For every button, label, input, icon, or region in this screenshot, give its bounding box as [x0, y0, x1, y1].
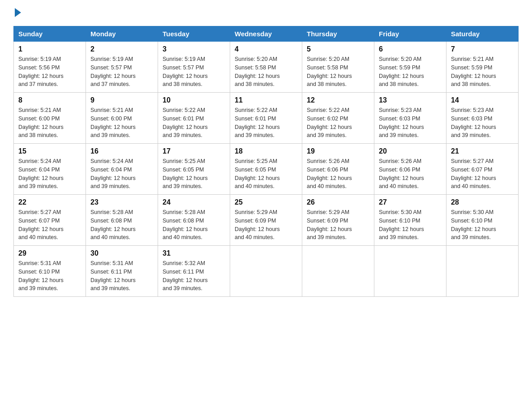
calendar-cell: 24 Sunrise: 5:28 AMSunset: 6:08 PMDaylig… — [158, 195, 230, 246]
day-number: 6 — [379, 45, 442, 53]
day-info: Sunrise: 5:27 AMSunset: 6:07 PMDaylight:… — [451, 158, 496, 189]
calendar-cell: 17 Sunrise: 5:25 AMSunset: 6:05 PMDaylig… — [158, 144, 230, 195]
day-info: Sunrise: 5:26 AMSunset: 6:06 PMDaylight:… — [379, 158, 424, 189]
weekday-header-saturday: Saturday — [446, 26, 519, 42]
calendar-week-1: 1 Sunrise: 5:19 AMSunset: 5:56 PMDayligh… — [14, 42, 519, 93]
calendar-cell: 20 Sunrise: 5:26 AMSunset: 6:06 PMDaylig… — [374, 144, 446, 195]
calendar-cell: 19 Sunrise: 5:26 AMSunset: 6:06 PMDaylig… — [302, 144, 374, 195]
weekday-header-row: SundayMondayTuesdayWednesdayThursdayFrid… — [14, 26, 519, 42]
day-number: 3 — [163, 45, 225, 53]
calendar-week-4: 22 Sunrise: 5:27 AMSunset: 6:07 PMDaylig… — [14, 195, 519, 246]
weekday-header-sunday: Sunday — [14, 26, 86, 42]
day-number: 2 — [90, 45, 153, 53]
logo — [13, 9, 21, 18]
day-number: 16 — [90, 147, 153, 155]
calendar-cell — [374, 246, 446, 297]
day-number: 19 — [307, 147, 369, 155]
logo-arrow-icon — [15, 8, 21, 17]
calendar-cell: 28 Sunrise: 5:30 AMSunset: 6:10 PMDaylig… — [446, 195, 519, 246]
calendar-cell: 10 Sunrise: 5:22 AMSunset: 6:01 PMDaylig… — [158, 93, 230, 144]
day-number: 4 — [235, 45, 297, 53]
day-info: Sunrise: 5:20 AMSunset: 5:58 PMDaylight:… — [307, 56, 352, 87]
day-number: 30 — [90, 249, 153, 257]
day-info: Sunrise: 5:32 AMSunset: 6:11 PMDaylight:… — [163, 260, 208, 291]
day-info: Sunrise: 5:21 AMSunset: 6:00 PMDaylight:… — [90, 107, 136, 138]
day-info: Sunrise: 5:31 AMSunset: 6:11 PMDaylight:… — [90, 260, 136, 291]
calendar-week-5: 29 Sunrise: 5:31 AMSunset: 6:10 PMDaylig… — [14, 246, 519, 297]
day-info: Sunrise: 5:28 AMSunset: 6:08 PMDaylight:… — [163, 209, 208, 240]
calendar-cell: 12 Sunrise: 5:22 AMSunset: 6:02 PMDaylig… — [302, 93, 374, 144]
calendar-cell: 31 Sunrise: 5:32 AMSunset: 6:11 PMDaylig… — [158, 246, 230, 297]
calendar-cell — [446, 246, 519, 297]
day-number: 11 — [235, 96, 297, 104]
calendar-cell: 3 Sunrise: 5:19 AMSunset: 5:57 PMDayligh… — [158, 42, 230, 93]
calendar-cell: 9 Sunrise: 5:21 AMSunset: 6:00 PMDayligh… — [86, 93, 158, 144]
calendar-cell: 2 Sunrise: 5:19 AMSunset: 5:57 PMDayligh… — [86, 42, 158, 93]
day-info: Sunrise: 5:22 AMSunset: 6:02 PMDaylight:… — [307, 107, 352, 138]
calendar-cell: 18 Sunrise: 5:25 AMSunset: 6:05 PMDaylig… — [230, 144, 302, 195]
day-info: Sunrise: 5:22 AMSunset: 6:01 PMDaylight:… — [163, 107, 208, 138]
day-number: 28 — [451, 198, 514, 206]
day-info: Sunrise: 5:29 AMSunset: 6:09 PMDaylight:… — [235, 209, 280, 240]
day-info: Sunrise: 5:25 AMSunset: 6:05 PMDaylight:… — [163, 158, 208, 189]
calendar-cell: 25 Sunrise: 5:29 AMSunset: 6:09 PMDaylig… — [230, 195, 302, 246]
weekday-header-friday: Friday — [374, 26, 446, 42]
day-info: Sunrise: 5:21 AMSunset: 6:00 PMDaylight:… — [18, 107, 64, 138]
calendar-cell: 15 Sunrise: 5:24 AMSunset: 6:04 PMDaylig… — [14, 144, 86, 195]
day-info: Sunrise: 5:31 AMSunset: 6:10 PMDaylight:… — [18, 260, 64, 291]
day-number: 26 — [307, 198, 369, 206]
day-number: 1 — [18, 45, 81, 53]
day-number: 29 — [18, 249, 81, 257]
day-info: Sunrise: 5:26 AMSunset: 6:06 PMDaylight:… — [307, 158, 352, 189]
day-number: 5 — [307, 45, 369, 53]
day-number: 20 — [379, 147, 442, 155]
calendar-cell — [230, 246, 302, 297]
day-info: Sunrise: 5:25 AMSunset: 6:05 PMDaylight:… — [235, 158, 280, 189]
calendar-cell: 6 Sunrise: 5:20 AMSunset: 5:59 PMDayligh… — [374, 42, 446, 93]
day-number: 8 — [18, 96, 81, 104]
calendar-cell: 13 Sunrise: 5:23 AMSunset: 6:03 PMDaylig… — [374, 93, 446, 144]
day-number: 23 — [90, 198, 153, 206]
day-info: Sunrise: 5:23 AMSunset: 6:03 PMDaylight:… — [379, 107, 424, 138]
page-header — [13, 9, 519, 18]
day-info: Sunrise: 5:24 AMSunset: 6:04 PMDaylight:… — [18, 158, 64, 189]
day-number: 25 — [235, 198, 297, 206]
calendar-cell: 7 Sunrise: 5:21 AMSunset: 5:59 PMDayligh… — [446, 42, 519, 93]
day-info: Sunrise: 5:19 AMSunset: 5:57 PMDaylight:… — [90, 56, 136, 87]
day-info: Sunrise: 5:29 AMSunset: 6:09 PMDaylight:… — [307, 209, 352, 240]
calendar-cell: 29 Sunrise: 5:31 AMSunset: 6:10 PMDaylig… — [14, 246, 86, 297]
day-info: Sunrise: 5:20 AMSunset: 5:59 PMDaylight:… — [379, 56, 424, 87]
calendar-cell: 21 Sunrise: 5:27 AMSunset: 6:07 PMDaylig… — [446, 144, 519, 195]
calendar-cell: 30 Sunrise: 5:31 AMSunset: 6:11 PMDaylig… — [86, 246, 158, 297]
day-info: Sunrise: 5:22 AMSunset: 6:01 PMDaylight:… — [235, 107, 280, 138]
day-number: 14 — [451, 96, 514, 104]
day-number: 7 — [451, 45, 514, 53]
calendar-cell: 11 Sunrise: 5:22 AMSunset: 6:01 PMDaylig… — [230, 93, 302, 144]
day-number: 18 — [235, 147, 297, 155]
calendar-cell: 8 Sunrise: 5:21 AMSunset: 6:00 PMDayligh… — [14, 93, 86, 144]
calendar-cell: 27 Sunrise: 5:30 AMSunset: 6:10 PMDaylig… — [374, 195, 446, 246]
day-number: 13 — [379, 96, 442, 104]
calendar-cell: 4 Sunrise: 5:20 AMSunset: 5:58 PMDayligh… — [230, 42, 302, 93]
calendar-cell — [302, 246, 374, 297]
day-number: 10 — [163, 96, 225, 104]
day-number: 12 — [307, 96, 369, 104]
day-info: Sunrise: 5:30 AMSunset: 6:10 PMDaylight:… — [451, 209, 496, 240]
calendar-cell: 16 Sunrise: 5:24 AMSunset: 6:04 PMDaylig… — [86, 144, 158, 195]
day-number: 31 — [163, 249, 225, 257]
logo-bottom — [13, 9, 21, 18]
day-number: 21 — [451, 147, 514, 155]
day-info: Sunrise: 5:27 AMSunset: 6:07 PMDaylight:… — [18, 209, 64, 240]
day-number: 22 — [18, 198, 81, 206]
calendar-cell: 22 Sunrise: 5:27 AMSunset: 6:07 PMDaylig… — [14, 195, 86, 246]
weekday-header-thursday: Thursday — [302, 26, 374, 42]
day-number: 9 — [90, 96, 153, 104]
day-number: 27 — [379, 198, 442, 206]
day-number: 24 — [163, 198, 225, 206]
weekday-header-monday: Monday — [86, 26, 158, 42]
weekday-header-tuesday: Tuesday — [158, 26, 230, 42]
calendar-cell: 26 Sunrise: 5:29 AMSunset: 6:09 PMDaylig… — [302, 195, 374, 246]
day-info: Sunrise: 5:30 AMSunset: 6:10 PMDaylight:… — [379, 209, 424, 240]
day-info: Sunrise: 5:28 AMSunset: 6:08 PMDaylight:… — [90, 209, 136, 240]
day-info: Sunrise: 5:24 AMSunset: 6:04 PMDaylight:… — [90, 158, 136, 189]
